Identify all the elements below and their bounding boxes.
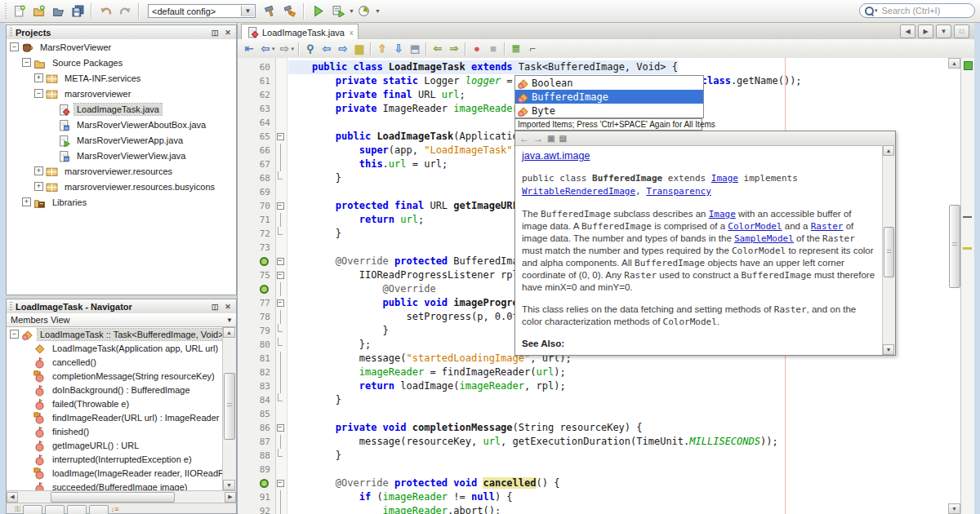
scroll-left-icon[interactable]: ◀ [7,492,18,503]
tab-list-dropdown-icon[interactable]: ▼ [936,24,951,38]
tree-item[interactable]: +marsroverviewer.resources.busyicons [7,179,236,194]
new-project-button[interactable] [29,2,48,21]
line-number[interactable]: 88 [238,449,274,463]
tree-item[interactable]: +marsroverviewer.resources [7,163,236,179]
profile-project-button[interactable] [354,2,374,21]
filter-button[interactable] [89,505,109,514]
toggle-bookmark-icon[interactable]: ⬒ [407,42,423,56]
javadoc-link[interactable]: Transparency [646,186,710,197]
tree-item[interactable]: failed(Throwable e) [7,397,224,410]
filter-button[interactable] [45,505,65,514]
line-number[interactable]: 84 [238,393,274,407]
tab-close-icon[interactable]: x [350,29,354,37]
line-number[interactable]: 79 [238,324,274,338]
next-bookmark-icon[interactable]: ⇩ [390,42,407,56]
scroll-up-icon[interactable]: ▲ [948,58,960,69]
annotation-gutter-cell[interactable] [238,282,274,296]
tree-item[interactable]: LoadImageTask(Application app, URL url) [7,341,224,355]
scroll-up-icon[interactable]: ▲ [883,145,894,156]
scroll-down-icon[interactable]: ▼ [948,503,960,514]
shift-line-right-icon[interactable]: ⇒ [446,42,462,56]
override-annotation-icon[interactable] [260,479,269,488]
fold-marker[interactable]: − [274,476,286,490]
collapse-icon[interactable]: − [10,330,19,339]
package-link[interactable]: java.awt.image [522,150,590,162]
forward-icon[interactable]: → [533,133,543,144]
occurrence-stripe-mark[interactable] [963,247,972,250]
line-number[interactable]: 64 [238,116,274,130]
navigator-vertical-scrollbar[interactable]: ▲ ▼ [222,327,236,490]
code-line-89[interactable]: 89 [238,463,948,476]
debug-dropdown-arrow[interactable]: ▼ [349,8,354,14]
javadoc-link[interactable]: Image [709,209,736,219]
line-number[interactable]: 80 [238,338,274,352]
clean-and-build-button[interactable] [280,2,300,21]
annotation-gutter-cell[interactable] [238,476,274,490]
line-number[interactable]: 60 [238,60,274,74]
fold-marker[interactable]: − [274,255,286,268]
line-number[interactable]: 62 [238,88,274,102]
chevron-down-icon[interactable]: ▼ [241,6,254,16]
filter-button[interactable] [23,505,42,514]
code-line-90[interactable]: − @Override protected void cancelled() { [238,476,948,490]
minimize-window-icon[interactable]: ◫ [209,27,220,38]
tree-item[interactable]: −Source Packages [7,55,236,70]
tree-item[interactable]: +Libraries [7,194,236,210]
scroll-tabs-left-icon[interactable]: ◀ [900,24,915,38]
line-number[interactable]: 81 [238,352,274,366]
tree-item[interactable]: completionMessage(String resourceKey) [7,369,224,383]
build-project-button[interactable] [261,2,280,21]
toggle-highlight-icon[interactable]: ▆ [351,42,368,56]
scrollbar-thumb[interactable] [884,227,894,277]
code-line-60[interactable]: 60 public class LoadImageTask extends Ta… [238,60,948,74]
back-icon[interactable]: ⇦ [257,42,274,56]
last-edit-position-icon[interactable]: ⇤ [241,42,257,56]
caret-stripe-mark[interactable] [963,216,972,218]
config-select[interactable]: <default config> ▼ [148,4,256,18]
uncomment-icon[interactable]: ⌐ [524,42,541,56]
line-number[interactable]: 61 [238,74,274,88]
line-number[interactable]: 91 [238,490,274,504]
code-line-87[interactable]: 87 message(resourceKey, url, getExecutio… [238,435,948,449]
fold-marker[interactable]: − [274,296,286,310]
scrollbar-thumb[interactable] [949,205,960,288]
scrollbar-thumb[interactable] [224,373,235,440]
scroll-up-icon[interactable]: ▲ [223,327,235,338]
maximize-window-icon[interactable]: □ [954,24,969,38]
line-number[interactable]: 70 [238,199,274,213]
scroll-down-icon[interactable]: ▼ [223,480,235,490]
scroll-down-icon[interactable]: ▼ [883,344,894,355]
completion-item[interactable]: Boolean [515,76,703,90]
navigator-horizontal-scrollbar[interactable]: ◀ ▶ [7,490,236,503]
line-number[interactable]: 73 [238,241,274,255]
tree-item[interactable]: finished() [7,424,224,438]
fold-marker[interactable]: − [274,268,286,282]
close-icon[interactable]: ✕ [222,27,234,38]
completion-item[interactable]: Byte [515,104,703,117]
new-file-button[interactable] [9,2,29,21]
find-next-icon[interactable]: ⇨ [335,42,351,56]
javadoc-link[interactable]: ColorModel [728,221,782,232]
shift-line-left-icon[interactable]: ⇐ [430,42,446,56]
line-number[interactable]: 85 [238,407,274,421]
override-annotation-icon[interactable] [260,257,269,266]
error-stripe[interactable] [960,58,974,514]
chevron-down-icon[interactable]: ▾ [292,46,295,52]
undo-button[interactable] [96,2,115,21]
javadoc-link[interactable]: SampleModel [734,233,794,244]
tree-item[interactable]: doInBackground() : BufferedImage [7,383,224,397]
line-number[interactable]: 66 [238,144,274,157]
completion-item[interactable]: BufferedImage [515,90,703,104]
javadoc-link[interactable]: Raster [811,221,844,232]
line-number[interactable]: 83 [238,379,274,393]
code-line-82[interactable]: 82 imageReader = findImageReader(url); [238,366,948,379]
line-number[interactable]: 63 [238,102,274,116]
fold-marker[interactable]: − [274,130,286,144]
filter-button[interactable] [67,505,87,514]
projects-panel-header[interactable]: Projects ◫ ✕ [7,25,236,40]
javadoc-scrollbar[interactable]: ▲ ▼ [882,145,895,355]
line-number[interactable]: 86 [238,421,274,435]
code-line-85[interactable]: 85 [238,407,948,421]
expand-icon[interactable]: + [34,73,43,82]
line-number[interactable]: 69 [238,185,274,199]
